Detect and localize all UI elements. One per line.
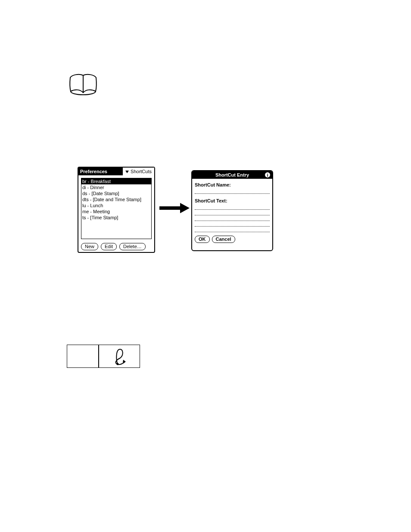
preferences-titlebar: Preferences ShortCuts xyxy=(78,168,154,175)
shortcut-text-input[interactable] xyxy=(195,210,270,215)
cancel-button[interactable]: Cancel xyxy=(212,236,235,243)
list-item[interactable]: di - Dinner xyxy=(81,184,151,190)
button-row: New Edit Delete… xyxy=(81,243,146,250)
edit-button[interactable]: Edit xyxy=(101,243,117,250)
list-item[interactable]: ts - [Time Stamp] xyxy=(81,215,151,221)
list-item[interactable]: dts - [Date and Time Stamp] xyxy=(81,196,151,202)
svg-marker-2 xyxy=(180,203,190,213)
shortcut-text-input[interactable] xyxy=(195,204,270,210)
new-button[interactable]: New xyxy=(81,243,98,250)
list-item[interactable]: lu - Lunch xyxy=(81,202,151,208)
preferences-panel: Preferences ShortCuts br - Breakfast di … xyxy=(78,167,155,253)
list-item[interactable]: ds - [Date Stamp] xyxy=(81,190,151,196)
delete-button[interactable]: Delete… xyxy=(119,243,146,250)
shortcut-text-label: ShortCut Text: xyxy=(195,198,270,203)
shortcut-name-label: ShortCut Name: xyxy=(195,182,270,187)
arrow-icon xyxy=(159,202,190,216)
shortcut-stroke-icon xyxy=(111,347,128,366)
ok-button[interactable]: OK xyxy=(195,236,210,243)
shortcut-text-input[interactable] xyxy=(195,221,270,227)
category-dropdown-label: ShortCuts xyxy=(131,169,152,174)
shortcut-entry-body: ShortCut Name: ShortCut Text: OK Cancel xyxy=(192,179,272,246)
book-icon xyxy=(67,73,99,98)
shortcut-list[interactable]: br - Breakfast di - Dinner ds - [Date St… xyxy=(81,178,152,239)
chevron-down-icon xyxy=(125,170,129,174)
category-dropdown[interactable]: ShortCuts xyxy=(123,168,154,175)
info-icon[interactable]: i xyxy=(265,172,271,179)
list-item[interactable]: br - Breakfast xyxy=(81,178,151,184)
graffiti-box-left xyxy=(67,345,99,368)
shortcut-text-input[interactable] xyxy=(195,227,270,232)
shortcut-entry-panel: ShortCut Entry i ShortCut Name: ShortCut… xyxy=(191,170,273,251)
shortcut-entry-titlebar: ShortCut Entry i xyxy=(192,171,272,179)
dialog-button-row: OK Cancel xyxy=(195,236,270,243)
svg-marker-0 xyxy=(125,171,129,173)
graffiti-box-right xyxy=(99,345,140,368)
svg-point-5 xyxy=(117,363,119,365)
list-item[interactable]: me - Meeting xyxy=(81,208,151,215)
shortcut-name-input[interactable] xyxy=(195,188,270,194)
shortcut-list-container: br - Breakfast di - Dinner ds - [Date St… xyxy=(78,175,154,242)
shortcut-entry-title: ShortCut Entry xyxy=(215,172,249,177)
preferences-title: Preferences xyxy=(78,169,109,174)
svg-text:i: i xyxy=(267,172,268,177)
shortcut-text-input[interactable] xyxy=(195,215,270,221)
